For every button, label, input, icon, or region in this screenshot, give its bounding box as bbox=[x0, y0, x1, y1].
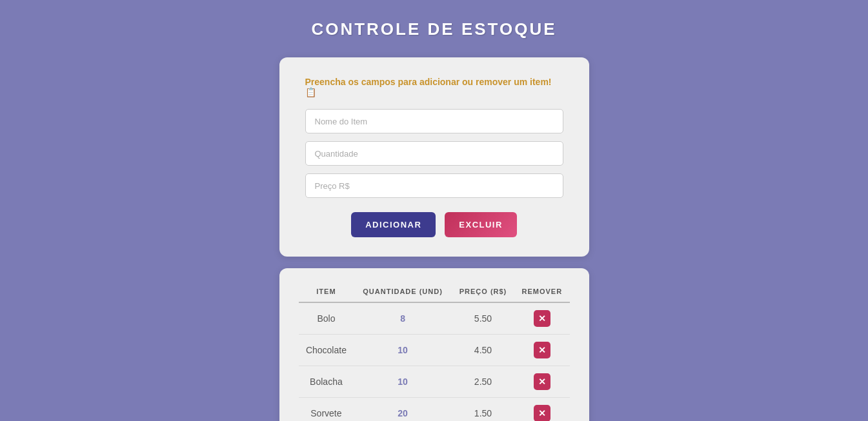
form-card: Preencha os campos para adicionar ou rem… bbox=[279, 57, 589, 257]
form-button-row: ADICIONAR EXCLUIR bbox=[305, 212, 563, 237]
remove-row-button[interactable]: ✕ bbox=[534, 373, 550, 390]
table-row: Chocolate104.50✕ bbox=[299, 335, 570, 366]
cell-quantity: 10 bbox=[354, 366, 452, 398]
cell-price: 5.50 bbox=[452, 302, 514, 335]
cell-quantity: 10 bbox=[354, 335, 452, 366]
col-header-quantity: QUANTIDADE (UND) bbox=[354, 281, 452, 302]
col-header-item: ITEM bbox=[299, 281, 354, 302]
add-button[interactable]: ADICIONAR bbox=[351, 212, 436, 237]
cell-price: 1.50 bbox=[452, 398, 514, 422]
excluir-button[interactable]: EXCLUIR bbox=[445, 212, 517, 237]
cell-price: 2.50 bbox=[452, 366, 514, 398]
table-header-row: ITEM QUANTIDADE (UND) PREÇO (R$) REMOVER bbox=[299, 281, 570, 302]
col-header-remove: REMOVER bbox=[514, 281, 569, 302]
cell-item: Sorvete bbox=[299, 398, 354, 422]
table-row: Bolacha102.50✕ bbox=[299, 366, 570, 398]
remove-row-button[interactable]: ✕ bbox=[534, 310, 550, 327]
form-instruction: Preencha os campos para adicionar ou rem… bbox=[305, 77, 563, 97]
table-row: Sorvete201.50✕ bbox=[299, 398, 570, 422]
remove-row-button[interactable]: ✕ bbox=[534, 405, 550, 421]
page-title: CONTROLE DE ESTOQUE bbox=[311, 19, 556, 39]
cell-quantity: 8 bbox=[354, 302, 452, 335]
cell-item: Bolacha bbox=[299, 366, 354, 398]
item-name-input[interactable] bbox=[305, 109, 563, 133]
cell-remove: ✕ bbox=[514, 366, 569, 398]
table-row: Bolo85.50✕ bbox=[299, 302, 570, 335]
quantity-input[interactable] bbox=[305, 141, 563, 166]
remove-row-button[interactable]: ✕ bbox=[534, 342, 550, 358]
cell-remove: ✕ bbox=[514, 302, 569, 335]
cell-price: 4.50 bbox=[452, 335, 514, 366]
cell-item: Bolo bbox=[299, 302, 354, 335]
price-input[interactable] bbox=[305, 173, 563, 198]
stock-table: ITEM QUANTIDADE (UND) PREÇO (R$) REMOVER… bbox=[299, 281, 570, 421]
table-card: ITEM QUANTIDADE (UND) PREÇO (R$) REMOVER… bbox=[279, 268, 589, 421]
cell-quantity: 20 bbox=[354, 398, 452, 422]
cell-remove: ✕ bbox=[514, 398, 569, 422]
cell-item: Chocolate bbox=[299, 335, 354, 366]
col-header-price: PREÇO (R$) bbox=[452, 281, 514, 302]
cell-remove: ✕ bbox=[514, 335, 569, 366]
